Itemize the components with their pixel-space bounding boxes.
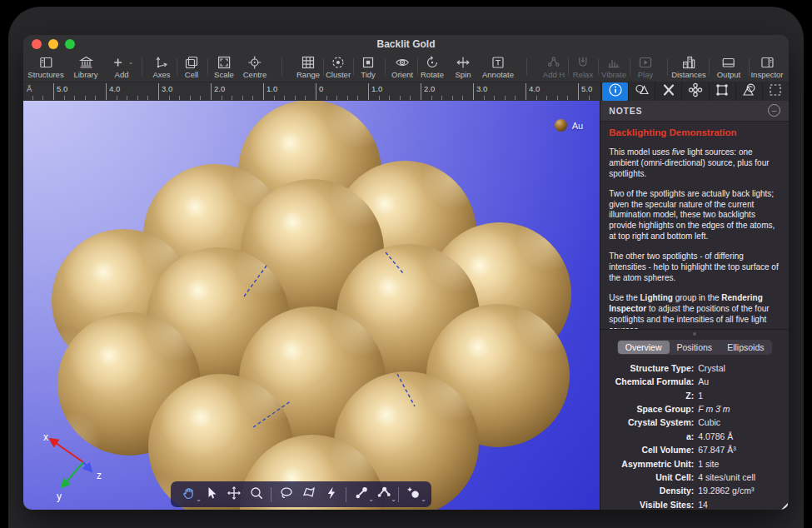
field-row: Asymmetric Unit:1 site [602, 456, 784, 470]
toolbar-separator [667, 58, 668, 76]
tab-overview[interactable]: Overview [618, 341, 670, 354]
inspector-tab-info[interactable] [601, 82, 628, 101]
toolbar-add-label: Add [115, 70, 129, 79]
tool-translate[interactable] [222, 484, 245, 506]
toolbar-inspector-button[interactable]: Inspector [750, 54, 783, 79]
toolbar-output-label: Output [717, 70, 741, 79]
ruler-tick-label: 4.0 [529, 84, 540, 93]
ruler-minor-tick [32, 96, 33, 100]
crystal-viewport[interactable]: Au x y z ⌄⌄⌄⌄ [23, 101, 600, 510]
tool-select-arrow[interactable] [200, 484, 222, 506]
field-label: a: [602, 431, 698, 441]
gold-atom-swatch [555, 119, 567, 132]
tool-separator [271, 487, 271, 502]
spin-icon [455, 54, 471, 70]
ruler-minor-tick [336, 96, 337, 100]
toolbar-relax-button: Relax [573, 54, 593, 79]
toolbar-library-button[interactable]: Library [73, 54, 97, 79]
inspector-tab-lattice-cell[interactable] [709, 82, 735, 101]
toolbar-structures-button[interactable]: Structures [27, 54, 63, 79]
toolbar-annotate-button[interactable]: Annotate [482, 54, 514, 79]
inspector-tab-tools[interactable] [655, 82, 681, 101]
field-label: Crystal System: [602, 417, 698, 427]
screenshot-stage: Backlit Gold StructuresLibrary⌄AddAxesCe… [0, 0, 812, 528]
angstrom-ruler: Å5.04.03.02.01.001.02.03.04.05.0 [23, 82, 601, 101]
field-label: Z: [602, 391, 698, 401]
tab-positions[interactable]: Positions [670, 341, 720, 354]
toolbar-add-button[interactable]: ⌄Add [110, 54, 134, 79]
ruler-minor-tick [567, 96, 568, 100]
toolbar-centre-button[interactable]: Centre [243, 54, 267, 79]
toolbar-spin-button[interactable]: Spin [455, 54, 471, 79]
ruler-unit-label: Å [27, 84, 32, 93]
range-icon [300, 54, 316, 70]
notes-body[interactable]: Backlighting DemonstrationThis model use… [600, 122, 789, 329]
tool-add-atom[interactable]: ⌄ [402, 484, 425, 506]
ruler-row: Å5.04.03.02.01.001.02.03.04.05.0 [23, 82, 789, 101]
inspector-tab-sphere-render[interactable] [735, 82, 762, 101]
ruler-minor-tick [400, 96, 401, 100]
field-value: 4.0786 Å [698, 431, 733, 441]
tool-lasso[interactable] [275, 484, 297, 506]
add-atom-icon [406, 485, 422, 505]
field-value: F m 3̄ m [698, 404, 730, 414]
ruler-tick-label: 5.0 [581, 84, 592, 93]
tool-pan-hand[interactable]: ⌄ [177, 484, 200, 506]
ruler-minor-tick [190, 96, 191, 100]
tool-measure-distance[interactable]: ⌄ [350, 484, 372, 506]
toolbar-distances-button[interactable]: Distances [671, 54, 706, 79]
notes-title: NOTES [609, 106, 642, 116]
toolbar-orient-button[interactable]: Orient [391, 54, 413, 79]
toolbar-output-button[interactable]: Output [717, 54, 741, 79]
tool-zoom[interactable] [245, 484, 267, 506]
ruler-minor-tick [117, 96, 117, 100]
tool-polygon-select[interactable] [297, 484, 320, 506]
ruler-tick-label: 3.0 [476, 84, 487, 93]
toolbar-cell-button[interactable]: Cell [183, 54, 200, 79]
inspector-tab-selection-marquee[interactable] [762, 82, 789, 101]
ruler-minor-tick [557, 96, 558, 100]
x-axis-arrow [50, 439, 83, 462]
toolbar-rotate-button[interactable]: Rotate [421, 54, 444, 79]
inspector-tab-shapes[interactable] [628, 82, 655, 101]
collapse-notes-icon[interactable]: – [768, 104, 780, 117]
tool-measure-angle[interactable]: ⌄ [372, 484, 395, 506]
ruler-minor-tick [95, 96, 96, 100]
ruler-minor-tick [431, 96, 432, 100]
toolbar-add-h-label: Add H [543, 70, 565, 79]
window-title: Backlit Gold [23, 38, 789, 50]
main-toolbar: StructuresLibrary⌄AddAxesCellScaleCentre… [23, 53, 789, 82]
z-axis-arrow [83, 462, 92, 471]
toolbar-separator [385, 58, 386, 76]
toolbar-cell-label: Cell [185, 70, 198, 79]
vibrate-icon [605, 54, 622, 70]
element-label: Au [572, 121, 583, 131]
toolbar-cluster-button[interactable]: Cluster [326, 54, 351, 79]
ruler-minor-tick [546, 96, 547, 100]
tab-ellipsoids[interactable]: Ellipsoids [720, 341, 771, 354]
cell-icon [183, 54, 200, 70]
toolbar-range-button[interactable]: Range [296, 54, 320, 79]
toolbar-add-h-button: Add H [543, 54, 565, 79]
toolbar-axes-button[interactable]: Axes [152, 54, 170, 79]
ruler-tick-label: 4.0 [109, 84, 120, 93]
viewport-tool-palette: ⌄⌄⌄⌄ [171, 481, 431, 507]
inspector-tab-atom-orbit[interactable] [681, 82, 708, 101]
field-label: Asymmetric Unit: [602, 459, 698, 469]
measure-angle-icon [376, 485, 392, 505]
toolbar-scale-button[interactable]: Scale [214, 54, 234, 79]
toolbar-play-button: Play [637, 54, 654, 79]
field-label: Unit Cell: [602, 472, 698, 482]
toolbar-tidy-button[interactable]: Tidy [360, 54, 376, 79]
ruler-minor-tick [242, 96, 243, 100]
app-window: Backlit Gold StructuresLibrary⌄AddAxesCe… [23, 35, 789, 510]
ruler-minor-tick [74, 96, 75, 100]
tool-bolt[interactable] [320, 484, 342, 506]
zoom-icon [248, 485, 265, 505]
ruler-major-tick [578, 83, 579, 100]
polygon-select-icon [301, 485, 317, 505]
field-label: Visible Sites: [602, 500, 698, 510]
shapes-icon [634, 82, 650, 102]
chevron-down-icon: ⌄ [391, 496, 396, 503]
panel-splitter[interactable] [600, 329, 789, 338]
